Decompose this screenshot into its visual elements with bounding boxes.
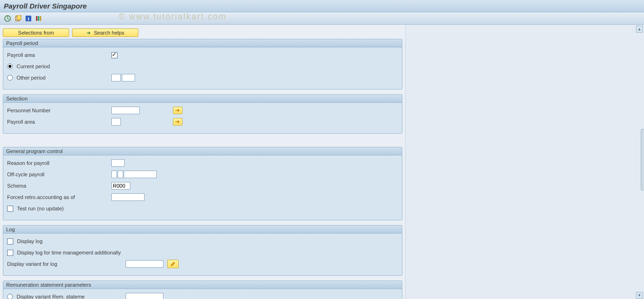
personnel-number-label: Personnel Number	[7, 108, 111, 113]
group-header: Payroll period	[3, 39, 402, 47]
forced-retro-label: Forced retro.accounting as of	[7, 194, 111, 200]
svg-rect-6	[38, 16, 39, 21]
arrow-right-icon: ➜	[86, 29, 91, 36]
test-run-option[interactable]: Test run (no update)	[7, 206, 111, 212]
radio-icon	[7, 63, 13, 69]
offcycle-input-1[interactable]	[111, 171, 117, 178]
display-log-option[interactable]: Display log	[7, 238, 43, 245]
display-variant-rem-input[interactable]	[126, 293, 163, 299]
offcycle-label: Off-cycle payroll	[7, 172, 111, 177]
other-period-input-1[interactable]	[111, 74, 121, 82]
search-helps-button[interactable]: ➜ Search helps	[72, 28, 138, 37]
payroll-area-sel-input[interactable]	[111, 118, 121, 126]
personnel-number-input[interactable]	[111, 107, 140, 114]
execute-icon[interactable]	[4, 15, 11, 22]
group-header: Log	[3, 226, 402, 234]
selections-from-button[interactable]: Selections from	[3, 28, 69, 37]
forced-retro-input[interactable]	[111, 193, 145, 201]
offcycle-input-3[interactable]	[124, 171, 157, 178]
display-log-tm-option[interactable]: Display log for time management addition…	[7, 250, 121, 256]
svg-rect-7	[40, 16, 41, 21]
radio-icon	[7, 75, 13, 81]
layout-icon[interactable]	[35, 15, 43, 22]
display-variant-rem-option[interactable]: Display variant Rem. stateme	[7, 294, 126, 299]
group-header: Selection	[3, 95, 402, 103]
checkbox-icon	[7, 250, 13, 256]
group-header: General program control	[3, 147, 402, 155]
group-payroll-period: Payroll period Payroll area Current peri…	[3, 39, 402, 90]
variant-icon[interactable]	[14, 15, 22, 22]
page-title: Payroll Driver Singapore	[0, 0, 644, 12]
toolbar: i	[0, 12, 644, 25]
schema-label: Schema	[7, 183, 111, 189]
info-icon[interactable]: i	[25, 15, 32, 22]
scroll-thumb[interactable]	[641, 129, 644, 190]
scroll-down-icon[interactable]: ▾	[636, 292, 643, 299]
reason-label: Reason for payroll	[7, 160, 111, 166]
search-helps-label: Search helps	[94, 30, 124, 36]
other-period-input-2[interactable]	[122, 74, 135, 82]
main-content: Selections from ➜ Search helps Payroll p…	[0, 25, 405, 299]
right-pane: ▴ ▾	[405, 25, 644, 299]
svg-text:i: i	[27, 16, 29, 21]
checkbox-icon	[7, 206, 13, 212]
group-log: Log Display log Display log for time man…	[3, 225, 402, 276]
group-general-control: General program control Reason for payro…	[3, 147, 402, 220]
group-selection: Selection Personnel Number Payroll area	[3, 94, 402, 134]
payroll-area-checkbox[interactable]	[111, 52, 118, 58]
scroll-up-icon[interactable]: ▴	[636, 26, 643, 33]
current-period-option[interactable]: Current period	[7, 63, 111, 69]
multiple-selection-button[interactable]	[173, 107, 182, 114]
group-remuneration: Remuneration statement parameters Displa…	[3, 281, 402, 299]
svg-rect-5	[36, 16, 37, 21]
schema-input[interactable]	[111, 182, 130, 190]
reason-input[interactable]	[111, 159, 125, 167]
checkbox-icon	[7, 238, 13, 245]
other-period-option[interactable]: Other period	[7, 75, 111, 81]
display-variant-log-input[interactable]	[126, 260, 163, 268]
edit-variant-button[interactable]	[167, 260, 179, 268]
payroll-area-label: Payroll area	[7, 52, 111, 58]
radio-icon	[7, 294, 13, 299]
offcycle-input-2[interactable]	[118, 171, 123, 178]
multiple-selection-button[interactable]	[173, 118, 182, 126]
display-variant-log-label: Display variant for log	[7, 261, 126, 267]
payroll-area-sel-label: Payroll area	[7, 119, 111, 125]
group-header: Remuneration statement parameters	[3, 281, 402, 289]
svg-rect-2	[17, 15, 21, 20]
